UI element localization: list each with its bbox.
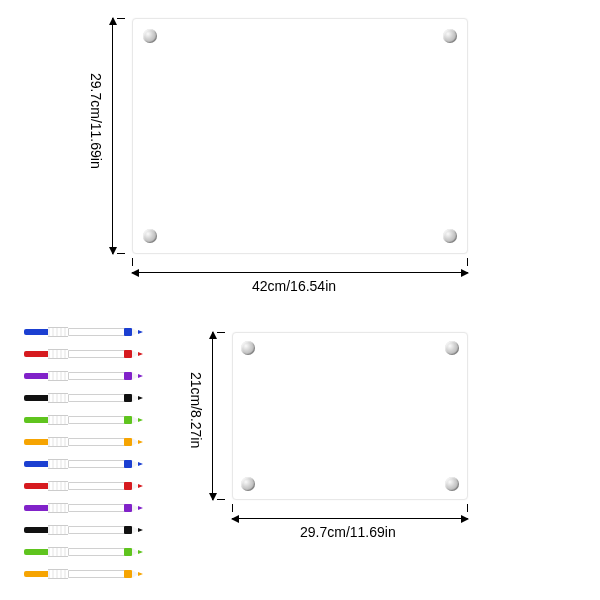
- arrow-down-icon: [209, 493, 217, 501]
- arrow-up-icon: [209, 331, 217, 339]
- marker-icon: [24, 564, 154, 584]
- marker-icon: [24, 410, 154, 430]
- large-board-height-label: 29.7cm/11.69in: [88, 73, 104, 169]
- marker-icon: [24, 432, 154, 452]
- arrow-up-icon: [109, 17, 117, 25]
- arrow-left-icon: [131, 269, 139, 277]
- large-board-width-label: 42cm/16.54in: [252, 278, 336, 294]
- large-board-height-dim: 29.7cm/11.69in: [112, 18, 113, 254]
- arrow-right-icon: [461, 515, 469, 523]
- marker-icon: [24, 344, 154, 364]
- small-board: [232, 332, 468, 500]
- mount-icon: [241, 477, 255, 491]
- large-board: [132, 18, 468, 254]
- mount-icon: [443, 29, 457, 43]
- marker-icon: [24, 542, 154, 562]
- mount-icon: [443, 229, 457, 243]
- marker-icon: [24, 520, 154, 540]
- mount-icon: [241, 341, 255, 355]
- arrow-down-icon: [109, 247, 117, 255]
- large-board-group: [132, 18, 468, 254]
- marker-icon: [24, 498, 154, 518]
- mount-icon: [143, 229, 157, 243]
- small-board-group: [232, 332, 468, 500]
- mount-icon: [445, 477, 459, 491]
- marker-icon: [24, 388, 154, 408]
- arrow-left-icon: [231, 515, 239, 523]
- small-board-height-label: 21cm/8.27in: [188, 372, 204, 448]
- mount-icon: [445, 341, 459, 355]
- large-board-width-dim: 42cm/16.54in: [132, 272, 468, 273]
- arrow-right-icon: [461, 269, 469, 277]
- marker-icon: [24, 322, 154, 342]
- small-board-height-dim: 21cm/8.27in: [212, 332, 213, 500]
- small-board-width-dim: 29.7cm/11.69in: [232, 518, 468, 519]
- marker-set: [24, 322, 154, 586]
- marker-icon: [24, 476, 154, 496]
- marker-icon: [24, 454, 154, 474]
- mount-icon: [143, 29, 157, 43]
- small-board-width-label: 29.7cm/11.69in: [300, 524, 396, 540]
- marker-icon: [24, 366, 154, 386]
